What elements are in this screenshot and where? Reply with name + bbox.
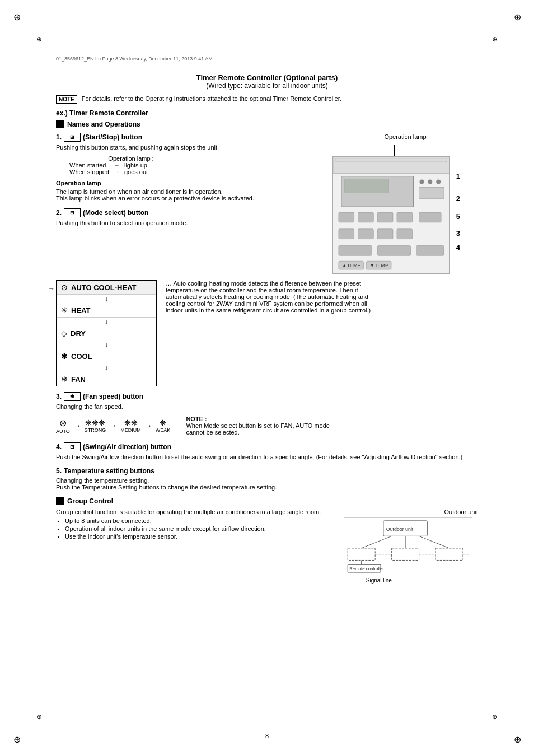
lamp-status-table: When started → lights up When stopped → … xyxy=(67,162,150,175)
item-3-header: 3. ✱ (Fan speed) button xyxy=(56,392,478,401)
svg-rect-31 xyxy=(392,548,419,561)
group-control-header: Group Control xyxy=(56,497,478,505)
svg-rect-11 xyxy=(377,212,393,222)
item-5-label: Temperature setting buttons xyxy=(64,467,154,475)
mode-item-heat: ✳ HEAT xyxy=(57,304,156,318)
outdoor-label: Outdoor unit xyxy=(344,508,478,515)
mode-auto-icon: ⊙ xyxy=(61,283,68,292)
lamp-row-2-arrow: → xyxy=(111,169,122,175)
op-lamp-desc1: The lamp is turned on when an air condit… xyxy=(56,188,321,195)
note-box: NOTE For details, refer to the Operating… xyxy=(56,95,478,104)
inner-corner-mark-tl: ⊕ xyxy=(34,34,45,45)
mode-diagram: → ⊙ AUTO COOL-HEAT ↓ ✳ HEAT ↓ ◇ DRY ↓ xyxy=(56,280,478,386)
speed-strong-icon: ❋❋❋ xyxy=(85,418,105,427)
main-content: 01_3569612_EN.fm Page 8 Wednesday, Decem… xyxy=(56,56,478,711)
remote-num-5: 5 xyxy=(456,212,460,221)
item-5-desc2: Push the Temperature Setting buttons to … xyxy=(56,484,478,491)
bullet-3: Use the indoor unit's temperature sensor… xyxy=(65,533,332,540)
right-column: Operation lamp xyxy=(332,133,478,276)
item-3-label: (Fan speed) button xyxy=(83,393,143,400)
speed-weak-icon: ❋ xyxy=(160,418,166,427)
svg-rect-20 xyxy=(416,245,444,255)
group-right: Outdoor unit Outdoor unit xyxy=(344,508,478,584)
mode-auto-label: AUTO COOL-HEAT xyxy=(71,283,137,292)
bullet-2: Operation of all indoor units in the sam… xyxy=(65,525,332,532)
lamp-row-2-result: goes out xyxy=(122,169,150,175)
mode-heat-label: HEAT xyxy=(71,306,90,315)
mode-fan-icon: ❄ xyxy=(61,375,68,384)
op-lamp-line xyxy=(394,145,395,156)
mode-item-cool: ✱ COOL xyxy=(57,349,156,363)
group-section-body: Group control function is suitable for o… xyxy=(56,508,478,584)
item-5-desc1: Changing the temperature setting. xyxy=(56,477,478,484)
svg-rect-17 xyxy=(397,229,413,239)
item-3: 3. ✱ (Fan speed) button Changing the fan… xyxy=(56,392,478,436)
mode-down-3: ↓ xyxy=(57,340,156,349)
group-control-title: Group Control xyxy=(67,497,113,505)
svg-rect-8 xyxy=(419,187,444,198)
title-section: Timer Remote Controller (Optional parts)… xyxy=(56,73,478,90)
note-text: For details, refer to the Operating Inst… xyxy=(82,95,341,102)
lamp-row-2-label: When stopped xyxy=(67,169,111,175)
speed-auto: ⊛ AUTO xyxy=(56,418,70,434)
speed-arrow-1: → xyxy=(73,421,81,430)
remote-num-3: 3 xyxy=(456,229,460,237)
mode-down-1: ↓ xyxy=(57,295,156,304)
lamp-table-header: Operation lamp : xyxy=(67,155,321,162)
svg-rect-18 xyxy=(339,245,372,255)
lamp-row-1-label: When started xyxy=(67,162,111,169)
item-2-label: (Mode select) button xyxy=(83,209,148,217)
svg-rect-12 xyxy=(397,212,413,222)
mode-list: ⊙ AUTO COOL-HEAT ↓ ✳ HEAT ↓ ◇ DRY ↓ ✱ CO… xyxy=(56,280,157,386)
mode-cool-label: COOL xyxy=(71,352,92,361)
item-1-desc: Pushing this button starts, and pushing … xyxy=(56,144,321,151)
item-4-icon: ⊡ xyxy=(64,442,81,451)
fan-speed-items: ⊛ AUTO → ❋❋❋ STRONG → ❋❋ MEDIUM → xyxy=(56,418,170,434)
op-lamp-desc2: This lamp blinks when an error occurs or… xyxy=(56,195,321,202)
inner-corner-mark-bl: ⊕ xyxy=(34,711,45,722)
speed-strong-label: STRONG xyxy=(85,427,106,433)
fan-note-text: When Mode select button is set to FAN, A… xyxy=(186,422,330,436)
left-column: 1. ⊞ (Start/Stop) button Pushing this bu… xyxy=(56,133,321,276)
svg-rect-10 xyxy=(358,212,374,222)
file-header: 01_3569612_EN.fm Page 8 Wednesday, Decem… xyxy=(56,56,478,64)
group-diagram-svg: Outdoor unit Remote c xyxy=(344,517,472,573)
item-5-header: 5. Temperature setting buttons xyxy=(56,467,478,475)
op-lamp-title: Operation lamp xyxy=(56,180,321,186)
svg-text:Remote controller: Remote controller xyxy=(349,566,384,571)
mode-down-2: ↓ xyxy=(57,318,156,326)
mode-arrow-entry: → xyxy=(48,284,55,292)
corner-mark-br: ⊕ xyxy=(512,734,523,745)
mode-description: … Auto cooling-heating mode detects the … xyxy=(166,280,378,386)
names-ops-header: Names and Operations xyxy=(56,120,478,128)
mode-down-4: ↓ xyxy=(57,363,156,372)
item-2-icon: ⊟ xyxy=(64,208,81,217)
remote-num-2: 2 xyxy=(456,194,460,203)
svg-rect-15 xyxy=(358,229,374,239)
speed-medium-icon: ❋❋ xyxy=(124,418,138,427)
svg-text:Outdoor unit: Outdoor unit xyxy=(386,526,414,532)
speed-arrow-3: → xyxy=(144,421,152,430)
item-4-header: 4. ⊡ (Swing/Air direction) button xyxy=(56,442,478,451)
item-4-desc: Push the Swing/Airflow direction button … xyxy=(56,454,478,460)
group-desc: Group control function is suitable for o… xyxy=(56,508,332,515)
item-4: 4. ⊡ (Swing/Air direction) button Push t… xyxy=(56,442,478,460)
speed-weak: ❋ WEAK xyxy=(156,418,171,433)
speed-medium: ❋❋ MEDIUM xyxy=(120,418,141,433)
item-5-number: 5. xyxy=(56,467,62,475)
item-3-number: 3. xyxy=(56,393,62,400)
group-left: Group control function is suitable for o… xyxy=(56,508,332,584)
fan-speed-row: ⊛ AUTO → ❋❋❋ STRONG → ❋❋ MEDIUM → xyxy=(56,416,478,436)
svg-line-29 xyxy=(419,536,449,548)
remote-num-4: 4 xyxy=(456,243,460,251)
item-1-number: 1. xyxy=(56,133,62,141)
item-1-label: (Start/Stop) button xyxy=(83,133,142,141)
mode-list-container: → ⊙ AUTO COOL-HEAT ↓ ✳ HEAT ↓ ◇ DRY ↓ xyxy=(56,280,157,386)
item-2: 2. ⊟ (Mode select) button Pushing this b… xyxy=(56,208,321,226)
item-4-label: (Swing/Air direction) button xyxy=(83,443,171,451)
speed-weak-label: WEAK xyxy=(156,427,171,433)
svg-line-27 xyxy=(362,536,392,548)
mode-dry-icon: ◇ xyxy=(61,329,67,338)
speed-arrow-2: → xyxy=(109,421,117,430)
signal-line-dash xyxy=(348,581,362,581)
